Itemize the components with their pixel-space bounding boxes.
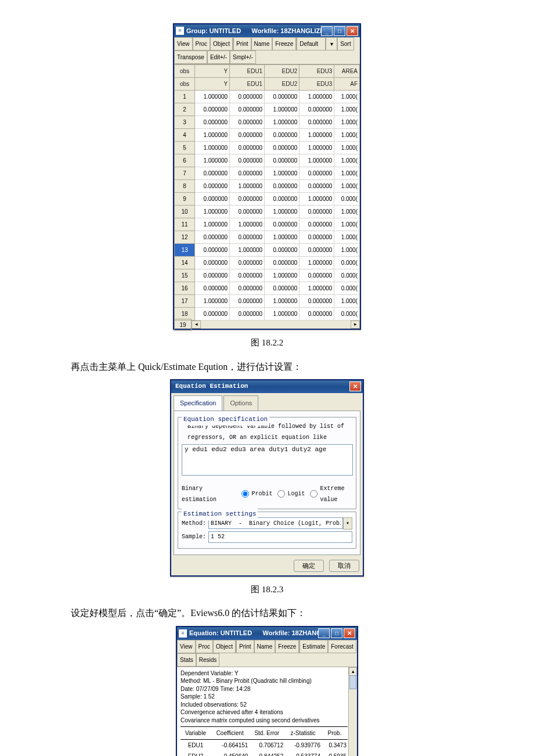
cell[interactable]: 0.000000	[230, 129, 265, 142]
table-row[interactable]: 61.0000000.0000000.0000001.0000001.000(	[175, 154, 360, 167]
maximize-button[interactable]: □	[331, 628, 342, 638]
cell[interactable]: 0.000000	[300, 244, 334, 257]
cell[interactable]: 0.000(	[334, 193, 360, 206]
tab-options[interactable]: Options	[223, 395, 258, 411]
cell[interactable]: 1.000000	[265, 116, 300, 129]
cell[interactable]: 1.000000	[300, 129, 334, 142]
row-header[interactable]: 16	[175, 282, 195, 295]
cell[interactable]: 0.000000	[230, 231, 265, 244]
cell[interactable]: 0.000000	[230, 154, 265, 167]
scroll-right-icon[interactable]: ▸	[351, 321, 360, 329]
cell[interactable]: 1.000000	[300, 154, 334, 167]
table-row[interactable]: 180.0000000.0000001.0000000.0000000.000(	[175, 308, 360, 321]
row-header[interactable]: 17	[175, 295, 195, 308]
row-header[interactable]: 11	[175, 218, 195, 231]
cell[interactable]: 0.000000	[265, 129, 300, 142]
cell[interactable]: 1.000(	[334, 103, 360, 116]
cell[interactable]: 0.000000	[230, 257, 265, 269]
cell[interactable]: 1.000000	[230, 244, 265, 257]
cell[interactable]: 1.000000	[300, 142, 334, 154]
workfile-titlebar[interactable]: ≡ Group: UNTITLED Workfile: 18ZHANGLIZI:…	[174, 24, 360, 37]
cell[interactable]: 0.000000	[300, 206, 334, 218]
cell[interactable]: 0.000000	[265, 282, 300, 295]
table-row[interactable]: 30.0000000.0000001.0000000.0000001.000(	[175, 116, 360, 129]
cancel-button[interactable]: 取消	[329, 560, 359, 572]
cell[interactable]: 1.000(	[334, 231, 360, 244]
row-header[interactable]: 14	[175, 257, 195, 269]
cell[interactable]: 1.000000	[230, 218, 265, 231]
tb-freeze[interactable]: Freeze	[275, 640, 300, 653]
h-scrollbar[interactable]: 19 ◂ ▸	[174, 321, 360, 329]
out-titlebar[interactable]: ≡ Equation: UNTITLED Workfile: 18ZHANGLI…	[177, 627, 357, 640]
cell[interactable]: 0.000000	[265, 142, 300, 154]
tb-edit[interactable]: Edit+/-	[207, 51, 230, 64]
cell[interactable]: 0.000000	[300, 231, 334, 244]
col-header[interactable]: EDU1	[230, 65, 265, 78]
cell[interactable]: 1.000000	[265, 231, 300, 244]
table-row[interactable]: 51.0000000.0000000.0000001.0000001.000(	[175, 142, 360, 154]
cell[interactable]: 0.000000	[195, 269, 230, 282]
cell[interactable]: 0.000000	[300, 295, 334, 308]
cell[interactable]: 1.000000	[230, 180, 265, 193]
tb-proc[interactable]: Proc	[193, 37, 211, 51]
eqdlg-titlebar[interactable]: Equation Estimation ✕	[171, 380, 363, 393]
cell[interactable]: 0.000000	[195, 116, 230, 129]
cell[interactable]: 1.000000	[265, 206, 300, 218]
data-grid[interactable]: obsYEDU1EDU2EDU3AREAobsYEDU1EDU2EDU3AF11…	[174, 64, 360, 329]
cell[interactable]: 1.000000	[195, 218, 230, 231]
cell[interactable]: 1.000000	[195, 154, 230, 167]
table-row[interactable]: 11.0000000.0000000.0000001.0000001.000(	[175, 91, 360, 103]
tb-view[interactable]: View	[177, 640, 196, 653]
table-row[interactable]: 111.0000001.0000000.0000000.0000001.000(	[175, 218, 360, 231]
tb-proc[interactable]: Proc	[196, 640, 214, 653]
cell[interactable]: 1.000000	[195, 142, 230, 154]
ok-button[interactable]: 确定	[294, 560, 324, 572]
table-row[interactable]: 41.0000000.0000000.0000001.0000001.000(	[175, 129, 360, 142]
col-header[interactable]: Y	[195, 65, 230, 78]
tb-print[interactable]: Print	[236, 640, 254, 653]
tb-print[interactable]: Print	[233, 37, 251, 51]
cell[interactable]: 0.000000	[230, 193, 265, 206]
cell[interactable]: 0.000000	[265, 193, 300, 206]
chevron-down-icon[interactable]: ▾	[343, 517, 352, 530]
table-row[interactable]: 90.0000000.0000000.0000001.0000000.000(	[175, 193, 360, 206]
cell[interactable]: 0.000000	[265, 180, 300, 193]
cell[interactable]: 0.000000	[265, 257, 300, 269]
cell[interactable]: 0.000000	[300, 218, 334, 231]
tb-resids[interactable]: Resids	[196, 653, 220, 667]
table-row[interactable]: 70.0000000.0000001.0000000.0000001.000(	[175, 167, 360, 180]
col-header[interactable]: AF	[334, 78, 360, 91]
cell[interactable]: 1.000000	[195, 129, 230, 142]
tab-specification[interactable]: Specification	[174, 395, 222, 411]
cell[interactable]: 1.000(	[334, 218, 360, 231]
cell[interactable]: 1.000(	[334, 116, 360, 129]
dropdown-icon[interactable]: ▾	[326, 37, 337, 51]
cell[interactable]: 0.000000	[300, 116, 334, 129]
cell[interactable]: 0.000000	[195, 244, 230, 257]
row-header[interactable]: 2	[175, 103, 195, 116]
tb-view[interactable]: View	[174, 37, 193, 51]
cell[interactable]: 1.000(	[334, 206, 360, 218]
cell[interactable]: 1.000000	[300, 91, 334, 103]
cell[interactable]: 1.000000	[265, 295, 300, 308]
cell[interactable]: 0.000000	[195, 231, 230, 244]
tb-freeze[interactable]: Freeze	[272, 37, 297, 51]
cell[interactable]: 0.000(	[334, 282, 360, 295]
close-button[interactable]: ✕	[349, 381, 361, 391]
tb-name[interactable]: Name	[251, 37, 273, 51]
cell[interactable]: 0.000000	[195, 282, 230, 295]
row-header[interactable]: 8	[175, 180, 195, 193]
scroll-left-icon[interactable]: ◂	[192, 321, 201, 329]
cell[interactable]: 0.000000	[300, 167, 334, 180]
cell[interactable]: 1.000000	[195, 91, 230, 103]
tb-stats[interactable]: Stats	[177, 653, 196, 667]
col-header[interactable]: EDU2	[265, 78, 300, 91]
cell[interactable]: 1.000(	[334, 295, 360, 308]
radio-extreme[interactable]	[310, 490, 317, 498]
cell[interactable]: 1.000000	[300, 282, 334, 295]
cell[interactable]: 0.000000	[265, 154, 300, 167]
row-header[interactable]: 7	[175, 167, 195, 180]
cell[interactable]: 1.000(	[334, 142, 360, 154]
table-row[interactable]: 140.0000000.0000000.0000001.0000000.000(	[175, 257, 360, 269]
col-header[interactable]: obs	[175, 78, 195, 91]
